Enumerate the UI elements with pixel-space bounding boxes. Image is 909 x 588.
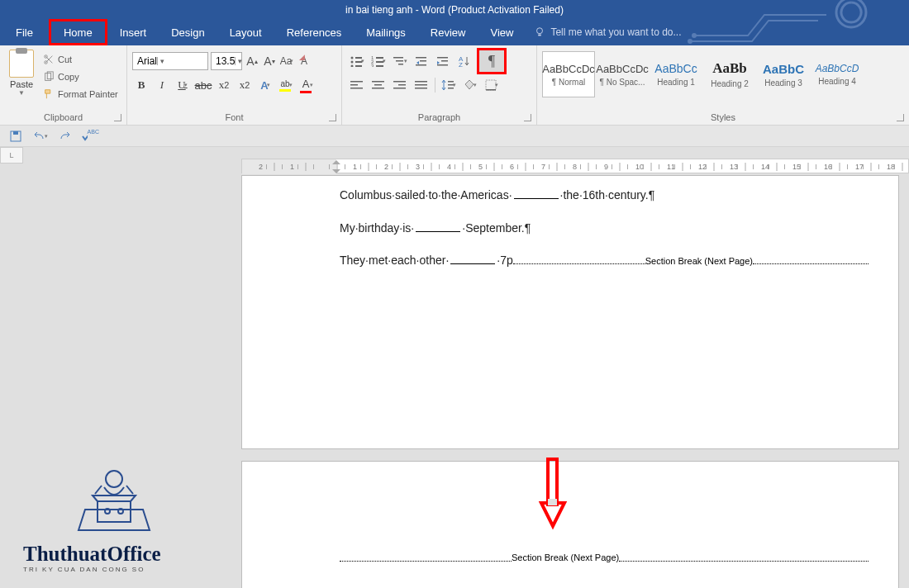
page-2[interactable]: Section Break (Next Page)	[241, 461, 899, 588]
style-heading3[interactable]: AaBbCHeading 3	[757, 51, 810, 97]
font-size-combo[interactable]: 13.5▾	[211, 52, 242, 70]
scissors-icon	[43, 54, 55, 65]
paste-button[interactable]: Paste ▼	[3, 48, 40, 106]
svg-text:18: 18	[887, 163, 895, 171]
style-normal[interactable]: AaBbCcDc¶ Normal	[542, 51, 595, 97]
svg-text:Z: Z	[459, 61, 463, 67]
svg-rect-36	[372, 88, 384, 89]
qat-save[interactable]	[7, 128, 25, 145]
section-break-2: Section Break (Next Page)	[340, 552, 869, 562]
save-icon	[10, 130, 21, 142]
svg-rect-26	[437, 57, 448, 59]
style-heading2[interactable]: AaBbHeading 2	[703, 51, 756, 97]
brush-icon	[43, 88, 55, 100]
ruler-corner[interactable]: L	[0, 147, 23, 164]
qat-spelling[interactable]: ABC	[81, 128, 99, 145]
numbering-button[interactable]: 123▾	[369, 52, 388, 70]
superscript-button[interactable]: x2	[236, 76, 254, 94]
underline-button[interactable]: U▾	[174, 76, 192, 94]
svg-point-3	[537, 28, 543, 34]
tab-design[interactable]: Design	[159, 19, 217, 45]
svg-rect-31	[350, 81, 363, 83]
svg-rect-32	[350, 84, 358, 86]
tab-layout[interactable]: Layout	[217, 19, 274, 45]
tab-file[interactable]: File	[0, 19, 49, 45]
horizontal-ruler[interactable]: 21123456789101112131415161718	[241, 159, 909, 173]
clear-formatting[interactable]: A◢	[297, 52, 312, 70]
svg-text:2: 2	[384, 163, 388, 171]
subscript-button[interactable]: x2	[215, 76, 233, 94]
svg-rect-37	[393, 81, 406, 83]
svg-point-2	[692, 33, 697, 38]
increase-indent[interactable]	[433, 52, 453, 70]
align-left[interactable]	[347, 76, 367, 94]
tab-insert[interactable]: Insert	[107, 19, 159, 45]
document-text[interactable]: Columbus·sailed·to·the·Americas··the·16t…	[340, 187, 869, 286]
svg-text:9: 9	[604, 163, 608, 171]
tell-me[interactable]: Tell me what you want to do...	[534, 26, 681, 38]
justify[interactable]	[412, 76, 431, 94]
annotation-arrow	[536, 458, 569, 532]
highlight-button[interactable]: ab▾	[277, 76, 295, 94]
tab-view[interactable]: View	[478, 19, 526, 45]
svg-text:3: 3	[371, 64, 374, 67]
svg-rect-28	[437, 64, 448, 66]
sort-button[interactable]: AZ	[454, 52, 474, 70]
svg-point-136	[106, 471, 122, 487]
style-heading1[interactable]: AaBbCcHeading 1	[650, 51, 702, 97]
svg-point-10	[351, 61, 354, 64]
tab-review[interactable]: Review	[418, 19, 478, 45]
svg-text:11: 11	[667, 163, 675, 171]
svg-text:10: 10	[635, 163, 644, 171]
bullets-button[interactable]: ▾	[347, 52, 367, 70]
show-hide-button[interactable]: ¶	[477, 48, 507, 74]
svg-rect-137	[98, 501, 131, 522]
line-spacing[interactable]: ▾	[439, 76, 459, 94]
grow-font[interactable]: A▴	[245, 52, 259, 70]
italic-button[interactable]: I	[153, 76, 171, 94]
align-center[interactable]	[369, 76, 388, 94]
style-heading4[interactable]: AaBbCcDHeading 4	[811, 51, 864, 97]
watermark-logo: ThuthuatOffice TRI KY CUA DAN CONG SO	[23, 464, 213, 573]
svg-rect-22	[398, 64, 403, 65]
svg-text:3: 3	[416, 163, 420, 171]
strike-button[interactable]: abc	[194, 76, 212, 94]
svg-rect-50	[242, 159, 336, 174]
svg-point-8	[351, 57, 354, 59]
svg-point-12	[351, 65, 354, 68]
page-1[interactable]: Columbus·sailed·to·the·Americas··the·16t…	[241, 175, 899, 449]
svg-rect-38	[398, 84, 406, 86]
cut-button[interactable]: Cut	[43, 51, 118, 68]
copy-button[interactable]: Copy	[43, 69, 118, 85]
qat-undo[interactable]: ▾	[31, 128, 50, 145]
bold-button[interactable]: B	[132, 76, 150, 94]
font-color-button[interactable]: A▾	[297, 76, 316, 94]
svg-rect-24	[420, 60, 426, 62]
style-nospacing[interactable]: AaBbCcDc¶ No Spac...	[596, 51, 649, 97]
change-case[interactable]: Aa▾	[279, 52, 294, 70]
paragraph-label: Paragraph	[345, 111, 533, 125]
qat-redo[interactable]	[56, 128, 74, 145]
tab-mailings[interactable]: Mailings	[354, 19, 418, 45]
multilevel-button[interactable]: ▾	[390, 52, 410, 70]
redo-icon	[59, 130, 71, 142]
svg-rect-19	[376, 65, 383, 67]
svg-rect-13	[355, 65, 362, 67]
svg-rect-40	[415, 81, 427, 83]
svg-rect-42	[415, 88, 427, 89]
shading-button[interactable]: ▾	[460, 76, 480, 94]
decrease-indent[interactable]	[412, 52, 431, 70]
format-painter-button[interactable]: Format Painter	[43, 86, 118, 102]
shrink-font[interactable]: A▾	[262, 52, 277, 70]
borders-button[interactable]: ▾	[482, 76, 502, 94]
group-styles: AaBbCcDc¶ Normal AaBbCcDc¶ No Spac... Aa…	[537, 45, 909, 125]
ribbon: Paste ▼ Cut Copy Format Painter Clipboar…	[0, 45, 909, 126]
check-icon	[81, 130, 88, 142]
font-name-combo[interactable]: Arial▾	[132, 52, 208, 70]
group-font: Arial▾ 13.5▾ A▴ A▾ Aa▾ A◢ B I U▾ abc x2 …	[127, 45, 342, 125]
font-label: Font	[131, 111, 338, 125]
tab-references[interactable]: References	[274, 19, 354, 45]
align-right[interactable]	[390, 76, 410, 94]
tab-home[interactable]: Home	[49, 19, 107, 45]
text-effects[interactable]: A▾	[256, 76, 274, 94]
